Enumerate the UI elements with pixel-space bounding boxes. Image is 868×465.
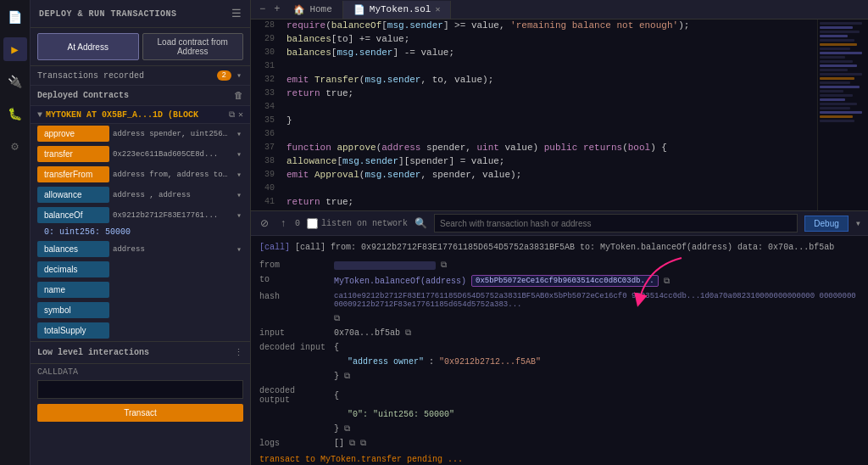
file-tab[interactable]: 📄 MyToken.sol ✕ bbox=[343, 1, 452, 19]
low-level-label: Low level interactions bbox=[37, 348, 149, 357]
contract-arrow[interactable]: ▼ bbox=[37, 110, 42, 120]
minimap bbox=[817, 20, 868, 210]
transfer-btn[interactable]: transfer bbox=[37, 146, 109, 162]
contract-instance: ▼ MYTOKEN AT 0X5BF_A...1D (BLOCK ⧉ ✕ bbox=[31, 106, 250, 124]
sidebar-menu-icon[interactable]: ☰ bbox=[231, 7, 242, 20]
home-icon: 🏠 bbox=[293, 4, 305, 15]
from-value: ⧉ bbox=[334, 259, 860, 272]
icon-settings[interactable]: ⚙ bbox=[3, 134, 27, 158]
approve-btn[interactable]: approve bbox=[37, 126, 109, 142]
logs-copy-icon-1[interactable]: ⧉ bbox=[349, 439, 355, 448]
name-btn[interactable]: name bbox=[37, 282, 109, 298]
code-panel: 28require(balanceOf[msg.sender] >= value… bbox=[251, 20, 817, 210]
fn-balanceof-row: balanceOf 0x9212b2712F83E17761... ▾ bbox=[31, 205, 250, 226]
transferfrom-chevron[interactable]: ▾ bbox=[235, 170, 243, 180]
input-copy-icon[interactable]: ⧉ bbox=[405, 328, 411, 338]
deployed-label: Deployed Contracts bbox=[37, 91, 129, 100]
transact-pending: transact to MyToken.transfer pending ... bbox=[259, 455, 860, 464]
decimals-btn[interactable]: decimals bbox=[37, 261, 109, 277]
home-tab[interactable]: 🏠 Home bbox=[283, 1, 342, 19]
symbol-btn[interactable]: symbol bbox=[37, 302, 109, 318]
icon-deploy[interactable]: ▶ bbox=[3, 37, 27, 61]
logs-copy-icon-2[interactable]: ⧉ bbox=[360, 439, 366, 448]
hash-copy-icon[interactable]: ⧉ bbox=[334, 314, 340, 323]
search-input[interactable] bbox=[434, 214, 798, 232]
code-line: 39emit Approval(msg.sender, spender, val… bbox=[251, 169, 817, 182]
fn-name-row: name bbox=[31, 280, 250, 300]
balanceof-chevron[interactable]: ▾ bbox=[235, 210, 243, 221]
console-area: ⊘ ↑ 0 listen on network 🔍 Debug ▾ [call]… bbox=[251, 210, 868, 465]
decoded-input-copy-icon[interactable]: ⧉ bbox=[344, 372, 350, 381]
listen-label: listen on network bbox=[321, 219, 408, 228]
transfer-chevron[interactable]: ▾ bbox=[235, 149, 243, 160]
call-label: [call] bbox=[259, 243, 290, 252]
debug-btn[interactable]: Debug bbox=[804, 216, 848, 232]
code-line: 41return true; bbox=[251, 196, 817, 210]
input-text: 0x70a...bf5ab bbox=[334, 328, 400, 338]
listen-input[interactable] bbox=[307, 218, 318, 229]
from-copy-icon[interactable]: ⧉ bbox=[441, 261, 447, 270]
logs-value: [] ⧉ ⧉ bbox=[334, 437, 860, 450]
icon-debug[interactable]: 🐛 bbox=[3, 102, 27, 126]
tab-close-icon[interactable]: ✕ bbox=[435, 4, 440, 14]
decoded-output-value: { bbox=[334, 384, 860, 406]
to-copy-icon[interactable]: ⧉ bbox=[664, 277, 670, 286]
scroll-up-btn[interactable]: ↑ bbox=[278, 216, 288, 230]
kebab-menu-icon[interactable]: ⋮ bbox=[234, 347, 243, 358]
clear-console-btn[interactable]: ⊘ bbox=[258, 216, 271, 230]
balanceof-result: 0: uint256: 50000 bbox=[31, 226, 250, 239]
code-line: 29balances[to] += value; bbox=[251, 33, 817, 47]
transact-btn[interactable]: Transact bbox=[37, 404, 243, 422]
low-level-header: Low level interactions ⋮ bbox=[31, 341, 250, 364]
code-line: 33return true; bbox=[251, 87, 817, 101]
balances-btn[interactable]: balances bbox=[37, 241, 109, 257]
console-output: [call] [call] from: 0x9212b2712F83E17761… bbox=[251, 236, 868, 465]
load-contract-btn[interactable]: Load contract from Address bbox=[142, 33, 244, 60]
approve-chevron[interactable]: ▾ bbox=[235, 129, 243, 139]
decoded-input-value: { bbox=[334, 341, 860, 354]
icon-plugin[interactable]: 🔌 bbox=[3, 70, 27, 93]
file-icon: 📄 bbox=[353, 4, 365, 15]
icon-strip: 📄 ▶ 🔌 🐛 ⚙ bbox=[0, 0, 31, 465]
fn-transfer-row: transfer 0x223ec611Bad605CE8d... ▾ bbox=[31, 144, 250, 165]
totalsupply-btn[interactable]: totalSupply bbox=[37, 322, 109, 339]
balanceof-btn[interactable]: balanceOf bbox=[37, 207, 109, 223]
fn-allowance-row: allowance address , address ▾ bbox=[31, 185, 250, 205]
fn-transferfrom-row: transferFrom address from, address to, v… bbox=[31, 165, 250, 185]
hash-key: hash bbox=[259, 290, 327, 325]
allowance-btn[interactable]: allowance bbox=[37, 187, 109, 203]
allowance-chevron[interactable]: ▾ bbox=[235, 190, 243, 200]
fn-approve-row: approve address spender, uint256 v... ▾ bbox=[31, 124, 250, 144]
transfer-value: 0x223ec611Bad605CE8d... bbox=[113, 150, 231, 159]
decoded-output-copy-icon[interactable]: ⧉ bbox=[344, 424, 350, 434]
detail-grid: from ⧉ to MyToken.balanceOf(address) 0x5… bbox=[259, 259, 860, 450]
code-lines: 28require(balanceOf[msg.sender] >= value… bbox=[251, 20, 817, 210]
decoded-output-close: } ⧉ bbox=[334, 423, 860, 435]
close-contract-icon[interactable]: ✕ bbox=[238, 109, 243, 120]
fn-decimals-row: decimals bbox=[31, 260, 250, 280]
transactions-chevron[interactable]: ▾ bbox=[235, 70, 243, 81]
transactions-row[interactable]: Transactions recorded 2 ▾ bbox=[31, 66, 250, 86]
code-line: 36 bbox=[251, 128, 817, 142]
calldata-input[interactable] bbox=[37, 380, 243, 399]
editor-area: 28require(balanceOf[msg.sender] >= value… bbox=[251, 20, 868, 210]
trash-icon[interactable]: 🗑 bbox=[234, 90, 243, 101]
transferfrom-param: address from, address to, v... bbox=[113, 171, 231, 179]
copy-contract-icon[interactable]: ⧉ bbox=[229, 110, 235, 120]
to-highlight: 0x5bPb5072eCe16cf9b9603514cc0d8C03db... bbox=[471, 275, 659, 287]
balances-chevron[interactable]: ▾ bbox=[235, 244, 243, 255]
code-line: 35} bbox=[251, 115, 817, 128]
icon-files[interactable]: 📄 bbox=[3, 5, 27, 29]
zoom-out-icon[interactable]: − bbox=[254, 0, 270, 19]
decoded-output-key: decoded output bbox=[259, 384, 327, 406]
debug-chevron-icon[interactable]: ▾ bbox=[855, 217, 861, 230]
at-address-btn[interactable]: At Address bbox=[37, 33, 139, 60]
main-content: − + 🏠 Home 📄 MyToken.sol ✕ 28require(bal… bbox=[251, 0, 868, 465]
call-from: [call] from: 0x9212b2712F83E17761185D654… bbox=[295, 243, 834, 252]
calldata-label: CALLDATA bbox=[31, 364, 250, 378]
zoom-in-icon[interactable]: + bbox=[270, 0, 283, 19]
logs-key: logs bbox=[259, 437, 327, 450]
transferfrom-btn[interactable]: transferFrom bbox=[37, 166, 109, 182]
console-count: 0 bbox=[295, 219, 300, 228]
code-line: 30balances[msg.sender] -= value; bbox=[251, 47, 817, 60]
